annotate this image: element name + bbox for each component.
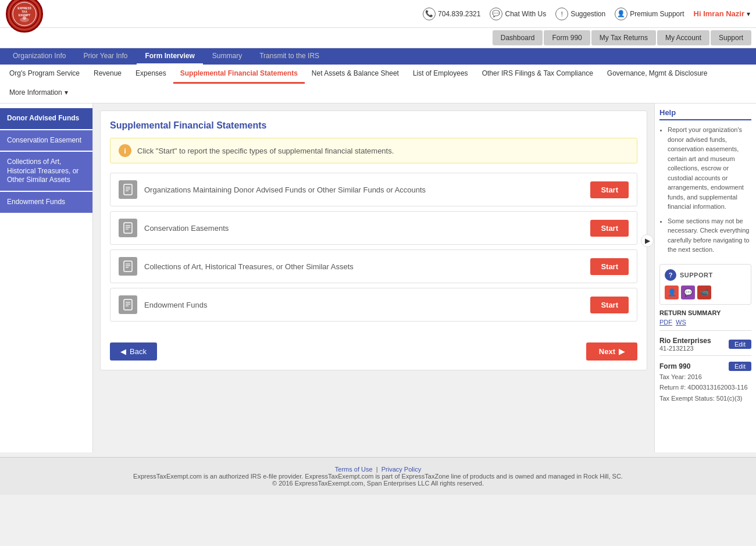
logo-area: EXPRESS TAX EXEMPT: [6, 0, 58, 33]
support-chat-icon[interactable]: 💬: [681, 286, 695, 299]
chat-action[interactable]: 💬 Chat With Us: [490, 8, 546, 20]
statement-row-conservation: Conservation Easements Start: [110, 211, 637, 245]
chat-label: Chat With Us: [505, 10, 546, 18]
expand-arrow[interactable]: ▶: [641, 234, 654, 247]
back-arrow-icon: ◀: [120, 347, 126, 356]
support-icons-row: 👤 💬 📹: [665, 286, 746, 299]
terms-link[interactable]: Terms of Use: [335, 466, 373, 473]
statement-label-endowment: Endowment Funds: [144, 301, 583, 309]
return-summary-title: RETURN SUMMARY: [659, 309, 751, 316]
ws-link[interactable]: WS: [676, 319, 686, 326]
help-panel: Help Report your organization's donor ad…: [654, 104, 756, 452]
rs-org-name-area: Rio Enterprises 41-2132123: [659, 337, 711, 352]
next-button[interactable]: Next ▶: [586, 342, 637, 361]
sub-tab-irs-filings[interactable]: Other IRS Filings & Tax Compliance: [475, 65, 600, 84]
statement-row-collections: Collections of Art, Historical Treasures…: [110, 249, 637, 283]
phone-number: 704.839.2321: [438, 10, 480, 18]
support-label: SUPPORT: [680, 272, 713, 279]
svg-point-6: [23, 16, 26, 20]
rs-org-ein: 41-2132123: [659, 345, 711, 352]
help-item-1: Report your organization's donor advised…: [668, 125, 751, 212]
sub-tab-more-info[interactable]: More Information ▾: [2, 84, 75, 103]
phone-icon: 📞: [423, 8, 436, 20]
start-button-endowment[interactable]: Start: [590, 297, 629, 313]
suggestion-action[interactable]: ! Suggestion: [555, 8, 605, 20]
suggestion-label: Suggestion: [570, 10, 605, 18]
form990-button[interactable]: Form 990: [544, 30, 590, 45]
sub-tab-program-service[interactable]: Org's Program Service: [2, 65, 87, 84]
doc-icon-conservation: [119, 219, 137, 237]
sub-tab-expenses[interactable]: Expenses: [129, 65, 173, 84]
dashboard-button[interactable]: Dashboard: [493, 30, 543, 45]
footer-line2: © 2016 ExpressTaxExempt.com, Span Enterp…: [8, 480, 748, 487]
support-button[interactable]: Support: [711, 30, 751, 45]
start-button-donor[interactable]: Start: [590, 181, 629, 198]
statement-label-collections: Collections of Art, Historical Treasures…: [144, 262, 583, 271]
statement-row-donor-funds: Organizations Maintaining Donor Advised …: [110, 173, 637, 206]
rs-edit-button-2[interactable]: Edit: [729, 362, 751, 371]
rs-form-label: Form 990: [659, 362, 690, 370]
footer-links: Terms of Use | Privacy Policy: [8, 466, 748, 473]
my-account-button[interactable]: My Account: [657, 30, 709, 45]
support-user-icon[interactable]: 👤: [665, 286, 679, 299]
tab-summary[interactable]: Summary: [204, 48, 250, 65]
phone-action[interactable]: 📞 704.839.2321: [423, 8, 480, 20]
footer: Terms of Use | Privacy Policy ExpressTax…: [0, 457, 756, 495]
tab-prior-year[interactable]: Prior Year Info: [75, 48, 135, 65]
pdf-link[interactable]: PDF: [659, 319, 672, 326]
tab-transmit[interactable]: Transmit to the IRS: [251, 48, 327, 65]
suggestion-icon: !: [555, 8, 568, 20]
start-button-collections[interactable]: Start: [590, 258, 629, 275]
help-item-2: Some sections may not be necessary. Chec…: [668, 216, 751, 255]
tab-form-interview[interactable]: Form Interview: [137, 48, 202, 65]
form-tabs: Organization Info Prior Year Info Form I…: [0, 48, 756, 65]
sub-tab-revenue[interactable]: Revenue: [87, 65, 129, 84]
statement-label-donor: Organizations Maintaining Donor Advised …: [144, 185, 583, 194]
page-title: Supplemental Financial Statements: [110, 120, 637, 131]
content-box: Supplemental Financial Statements i Clic…: [100, 110, 647, 370]
sidebar-item-conservation[interactable]: Conservation Easement: [0, 130, 92, 151]
more-info-arrow-icon: ▾: [65, 88, 68, 97]
rs-org-name: Rio Enterprises: [659, 337, 711, 345]
rs-form-row: Form 990 Edit: [659, 362, 751, 371]
top-right-actions: 📞 704.839.2321 💬 Chat With Us ! Suggesti…: [423, 8, 750, 20]
rs-org-row: Rio Enterprises 41-2132123 Edit: [659, 337, 751, 352]
support-video-icon[interactable]: 📹: [697, 286, 711, 299]
rs-tax-exempt-status: Tax Exempt Status: 501(c)(3): [659, 394, 751, 404]
sub-tab-supplemental[interactable]: Supplemental Financial Statements: [173, 65, 305, 84]
support-header: ? SUPPORT: [665, 269, 746, 281]
tab-org-info[interactable]: Organization Info: [5, 48, 74, 65]
svg-rect-7: [124, 184, 132, 195]
doc-icon-collections: [119, 257, 137, 276]
info-icon: i: [119, 144, 131, 157]
sub-tabs: Org's Program Service Revenue Expenses S…: [0, 65, 756, 104]
statement-label-conservation: Conservation Easements: [144, 224, 583, 233]
support-question-icon: ?: [665, 269, 676, 281]
start-button-conservation[interactable]: Start: [590, 220, 629, 237]
sub-tab-employees[interactable]: List of Employees: [406, 65, 475, 84]
privacy-link[interactable]: Privacy Policy: [381, 466, 421, 473]
chat-icon: 💬: [490, 8, 502, 20]
top-bar: EXPRESS TAX EXEMPT 📞 704.839.2321 💬 Chat…: [0, 0, 756, 28]
sidebar-item-donor-advised[interactable]: Donor Advised Funds: [0, 108, 92, 129]
premium-support-icon: 👤: [615, 8, 627, 20]
back-button[interactable]: ◀ Back: [110, 342, 157, 361]
my-tax-returns-button[interactable]: My Tax Returns: [591, 30, 656, 45]
rs-edit-button-1[interactable]: Edit: [729, 340, 751, 349]
sub-tab-governance[interactable]: Governance, Mgmt & Disclosure: [600, 65, 715, 84]
return-summary-links: PDF WS: [659, 319, 751, 326]
rs-return-num: Return #: 4D00313162003-116: [659, 383, 751, 392]
footer-line1: ExpressTaxExempt.com is an authorized IR…: [8, 473, 748, 480]
sidebar-item-endowment[interactable]: Endowment Funds: [0, 192, 92, 213]
content-area: Supplemental Financial Statements i Clic…: [93, 104, 654, 452]
premium-support-action[interactable]: 👤 Premium Support: [615, 8, 684, 20]
sidebar-item-collections[interactable]: Collections of Art, Historical Treasures…: [0, 152, 92, 191]
user-menu[interactable]: Hi Imran Nazir ▾: [694, 9, 750, 18]
bottom-buttons: ◀ Back Next ▶: [110, 336, 637, 361]
doc-icon-endowment: [119, 295, 137, 314]
help-title: Help: [659, 108, 751, 120]
rs-form-entry: Form 990 Edit Tax Year: 2016 Return #: 4…: [659, 355, 751, 404]
info-banner-text: Click "Start" to report the specific typ…: [137, 147, 394, 155]
sub-tab-net-assets[interactable]: Net Assets & Balance Sheet: [305, 65, 406, 84]
svg-rect-19: [124, 299, 132, 310]
